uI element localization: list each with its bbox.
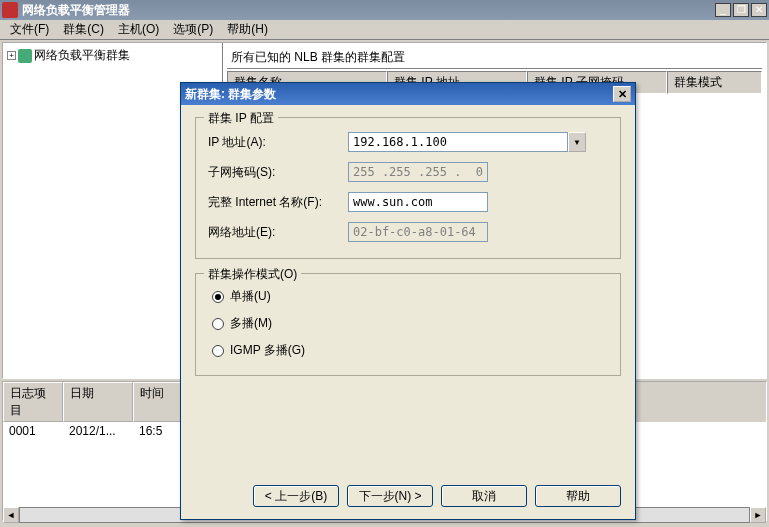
dialog-close-button[interactable]: ✕ bbox=[613, 86, 631, 102]
cluster-icon bbox=[18, 49, 32, 63]
menu-cluster[interactable]: 群集(C) bbox=[57, 19, 110, 40]
mask-label: 子网掩码(S): bbox=[208, 164, 348, 181]
dialog-buttons: < 上一步(B) 下一步(N) > 取消 帮助 bbox=[253, 485, 621, 507]
fqdn-input[interactable] bbox=[348, 192, 488, 212]
group-ip-config: 群集 IP 配置 IP 地址(A): ▼ 子网掩码(S): 完整 Interne… bbox=[195, 117, 621, 259]
mac-label: 网络地址(E): bbox=[208, 224, 348, 241]
radio-icon[interactable] bbox=[212, 318, 224, 330]
ip-input[interactable] bbox=[348, 132, 568, 152]
ip-combo[interactable]: ▼ bbox=[348, 132, 586, 152]
fqdn-label: 完整 Internet 名称(F): bbox=[208, 194, 348, 211]
radio-unicast[interactable]: 单播(U) bbox=[208, 288, 608, 305]
back-button[interactable]: < 上一步(B) bbox=[253, 485, 339, 507]
log-col-date[interactable]: 日期 bbox=[63, 382, 133, 422]
group-ip-legend: 群集 IP 配置 bbox=[204, 110, 278, 127]
menu-file[interactable]: 文件(F) bbox=[4, 19, 55, 40]
radio-multicast-label: 多播(M) bbox=[230, 315, 272, 332]
dialog-titlebar: 新群集: 群集参数 ✕ bbox=[181, 83, 635, 105]
radio-icon[interactable] bbox=[212, 291, 224, 303]
right-pane-header: 所有已知的 NLB 群集的群集配置 bbox=[227, 47, 762, 69]
menu-host[interactable]: 主机(O) bbox=[112, 19, 165, 40]
mask-input bbox=[348, 162, 488, 182]
radio-unicast-label: 单播(U) bbox=[230, 288, 271, 305]
dialog-title: 新群集: 群集参数 bbox=[185, 86, 276, 103]
next-button[interactable]: 下一步(N) > bbox=[347, 485, 433, 507]
expand-icon[interactable]: + bbox=[7, 51, 16, 60]
scroll-right-icon[interactable]: ► bbox=[750, 507, 766, 523]
log-col-item[interactable]: 日志项目 bbox=[3, 382, 63, 422]
chevron-down-icon[interactable]: ▼ bbox=[568, 132, 586, 152]
ip-label: IP 地址(A): bbox=[208, 134, 348, 151]
menubar: 文件(F) 群集(C) 主机(O) 选项(P) 帮助(H) bbox=[0, 20, 769, 40]
radio-multicast[interactable]: 多播(M) bbox=[208, 315, 608, 332]
minimize-button[interactable]: _ bbox=[715, 3, 731, 17]
radio-icon[interactable] bbox=[212, 345, 224, 357]
scroll-left-icon[interactable]: ◄ bbox=[3, 507, 19, 523]
log-cell-time: 16:5 bbox=[133, 424, 183, 438]
close-button[interactable]: ✕ bbox=[751, 3, 767, 17]
menu-help[interactable]: 帮助(H) bbox=[221, 19, 274, 40]
restore-button[interactable]: ❐ bbox=[733, 3, 749, 17]
menu-options[interactable]: 选项(P) bbox=[167, 19, 219, 40]
log-cell-item: 0001 bbox=[3, 424, 63, 438]
help-button[interactable]: 帮助 bbox=[535, 485, 621, 507]
group-mode-legend: 群集操作模式(O) bbox=[204, 266, 301, 283]
tree-root[interactable]: + 网络负载平衡群集 bbox=[7, 47, 218, 64]
radio-igmp-label: IGMP 多播(G) bbox=[230, 342, 305, 359]
mac-input bbox=[348, 222, 488, 242]
log-cell-date: 2012/1... bbox=[63, 424, 133, 438]
app-icon bbox=[2, 2, 18, 18]
new-cluster-dialog: 新群集: 群集参数 ✕ 群集 IP 配置 IP 地址(A): ▼ 子网掩码(S)… bbox=[180, 82, 636, 520]
radio-igmp[interactable]: IGMP 多播(G) bbox=[208, 342, 608, 359]
main-titlebar: 网络负载平衡管理器 _ ❐ ✕ bbox=[0, 0, 769, 20]
log-col-time[interactable]: 时间 bbox=[133, 382, 183, 422]
col-cluster-mode[interactable]: 群集模式 bbox=[667, 71, 762, 94]
window-title: 网络负载平衡管理器 bbox=[22, 2, 715, 19]
group-mode: 群集操作模式(O) 单播(U) 多播(M) IGMP 多播(G) bbox=[195, 273, 621, 376]
cancel-button[interactable]: 取消 bbox=[441, 485, 527, 507]
tree-root-label: 网络负载平衡群集 bbox=[34, 47, 130, 64]
